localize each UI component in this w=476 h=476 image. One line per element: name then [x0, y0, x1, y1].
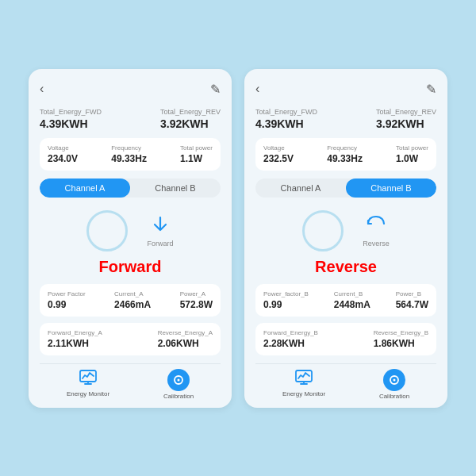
current-item: Current_B 2448mA: [334, 290, 370, 310]
direction-icon-area: Reverse: [363, 214, 390, 248]
energy-monitor-icon: [79, 369, 97, 389]
reverse-energy-value: 2.06KWH: [158, 338, 213, 349]
gauge-area: Forward: [40, 207, 221, 255]
svg-point-9: [393, 378, 396, 381]
edit-icon[interactable]: ✎: [210, 82, 221, 97]
direction-sub-label: Forward: [147, 240, 173, 248]
energy-monitor-nav[interactable]: Energy Monitor: [67, 369, 109, 400]
power-label: Power_A: [180, 290, 213, 298]
channel-tabs: Channel A Channel B: [255, 178, 436, 198]
direction-icon-area: Forward: [147, 214, 173, 248]
power-value: 572.8W: [180, 299, 213, 310]
frequency-label: Frequency: [327, 144, 363, 152]
voltage-value: 234.0V: [48, 153, 78, 164]
power-item: Power_A 572.8W: [180, 290, 213, 310]
direction-sub-label: Reverse: [363, 240, 390, 248]
energy-fwd-label: Total_Energy_FWD: [40, 108, 102, 116]
frequency-item: Frequency 49.33Hz: [111, 144, 147, 164]
power-factor-label: Power_factor_B: [263, 290, 309, 298]
energy-rev-label: Total_Energy_REV: [376, 108, 436, 116]
bottom-nav: Energy Monitor Calibration: [255, 363, 436, 400]
stats-grid: Power_factor_B 0.99 Current_B 2448mA Pow…: [255, 284, 436, 317]
current-label: Current_B: [334, 290, 370, 298]
channel-tabs: Channel A Channel B: [40, 178, 221, 198]
channel-b-tab[interactable]: Channel B: [130, 178, 221, 198]
edit-icon[interactable]: ✎: [426, 82, 436, 97]
calibration-nav[interactable]: Calibration: [379, 369, 409, 400]
power-label: Power_B: [396, 290, 428, 298]
svg-point-4: [178, 378, 180, 381]
voltage-label: Voltage: [263, 144, 294, 152]
channel-a-tab[interactable]: Channel A: [40, 178, 130, 198]
bottom-nav: Energy Monitor Calibration: [40, 363, 221, 400]
energy-row: Total_Energy_FWD 4.39KWH Total_Energy_RE…: [255, 108, 436, 130]
forward-energy-item: Forward_Energy_B 2.28KWH: [263, 329, 318, 349]
energy-stats-row: Forward_Energy_B 2.28KWH Reverse_Energy_…: [255, 323, 436, 355]
current-value: 2448mA: [334, 299, 370, 310]
stats-grid: Power Factor 0.99 Current_A 2466mA Power…: [40, 284, 221, 317]
voltage-item: Voltage 234.0V: [48, 144, 78, 164]
total-power-value: 1.1W: [180, 153, 213, 164]
energy-row: Total_Energy_FWD 4.39KWH Total_Energy_RE…: [40, 108, 221, 130]
back-icon[interactable]: ‹: [40, 82, 44, 96]
energy-fwd-value: 4.39KWH: [255, 117, 317, 130]
channel-a-tab[interactable]: Channel A: [255, 178, 346, 198]
forward-energy-item: Forward_Energy_A 2.11KWH: [48, 329, 102, 349]
calibration-icon: [383, 369, 405, 391]
energy-rev-item: Total_Energy_REV 3.92KWH: [376, 108, 436, 130]
reverse-energy-label: Reverse_Energy_A: [158, 329, 213, 336]
frequency-value: 49.33Hz: [327, 153, 363, 164]
total-power-label: Total power: [396, 144, 428, 152]
energy-fwd-item: Total_Energy_FWD 4.39KWH: [40, 108, 102, 130]
power-factor-value: 0.99: [48, 299, 86, 310]
energy-rev-value: 3.92KWH: [160, 117, 221, 130]
current-item: Current_A 2466mA: [114, 290, 151, 310]
power-factor-item: Power_factor_B 0.99: [263, 290, 309, 310]
voltage-label: Voltage: [48, 144, 78, 152]
panel-header: ‹ ✎: [255, 82, 436, 97]
metrics-row: Voltage 234.0V Frequency 49.33Hz Total p…: [40, 138, 221, 171]
reverse-energy-item: Reverse_Energy_B 1.86KWH: [374, 329, 428, 349]
current-label: Current_A: [114, 290, 151, 298]
calibration-icon: [167, 369, 190, 391]
power-value: 564.7W: [396, 299, 428, 310]
power-factor-label: Power Factor: [48, 290, 86, 298]
energy-monitor-label: Energy Monitor: [282, 390, 325, 397]
energy-stats-row: Forward_Energy_A 2.11KWH Reverse_Energy_…: [40, 323, 221, 355]
forward-energy-label: Forward_Energy_A: [48, 329, 102, 336]
forward-energy-value: 2.11KWH: [48, 338, 102, 349]
energy-monitor-icon: [295, 369, 313, 389]
channel-b-tab[interactable]: Channel B: [346, 178, 436, 198]
direction-icon: [367, 214, 386, 238]
energy-rev-value: 3.92KWH: [376, 117, 436, 130]
calibration-nav[interactable]: Calibration: [163, 369, 194, 400]
back-icon[interactable]: ‹: [255, 82, 259, 96]
energy-monitor-nav[interactable]: Energy Monitor: [282, 369, 325, 400]
gauge-circle: [302, 210, 344, 251]
energy-fwd-item: Total_Energy_FWD 4.39KWH: [255, 108, 317, 130]
total-power-value: 1.0W: [396, 153, 428, 164]
calibration-label: Calibration: [379, 393, 409, 400]
voltage-value: 232.5V: [263, 153, 294, 164]
direction-label: Forward: [40, 258, 221, 276]
total-power-item: Total power 1.1W: [180, 144, 213, 164]
total-power-item: Total power 1.0W: [396, 144, 428, 164]
frequency-label: Frequency: [111, 144, 147, 152]
power-item: Power_B 564.7W: [396, 290, 428, 310]
power-factor-item: Power Factor 0.99: [48, 290, 86, 310]
panel-panel-a: ‹ ✎ Total_Energy_FWD 4.39KWH Total_Energ…: [29, 69, 232, 408]
total-power-label: Total power: [180, 144, 213, 152]
calibration-label: Calibration: [163, 393, 194, 400]
energy-fwd-value: 4.39KWH: [40, 117, 102, 130]
reverse-energy-label: Reverse_Energy_B: [374, 329, 428, 336]
energy-rev-label: Total_Energy_REV: [160, 108, 221, 116]
frequency-item: Frequency 49.33Hz: [327, 144, 363, 164]
reverse-energy-item: Reverse_Energy_A 2.06KWH: [158, 329, 213, 349]
panel-panel-b: ‹ ✎ Total_Energy_FWD 4.39KWH Total_Energ…: [244, 69, 447, 408]
energy-rev-item: Total_Energy_REV 3.92KWH: [160, 108, 221, 130]
panels-container: ‹ ✎ Total_Energy_FWD 4.39KWH Total_Energ…: [13, 53, 463, 424]
voltage-item: Voltage 232.5V: [263, 144, 294, 164]
direction-icon: [151, 214, 170, 238]
panel-header: ‹ ✎: [40, 82, 221, 97]
gauge-circle: [86, 210, 128, 251]
